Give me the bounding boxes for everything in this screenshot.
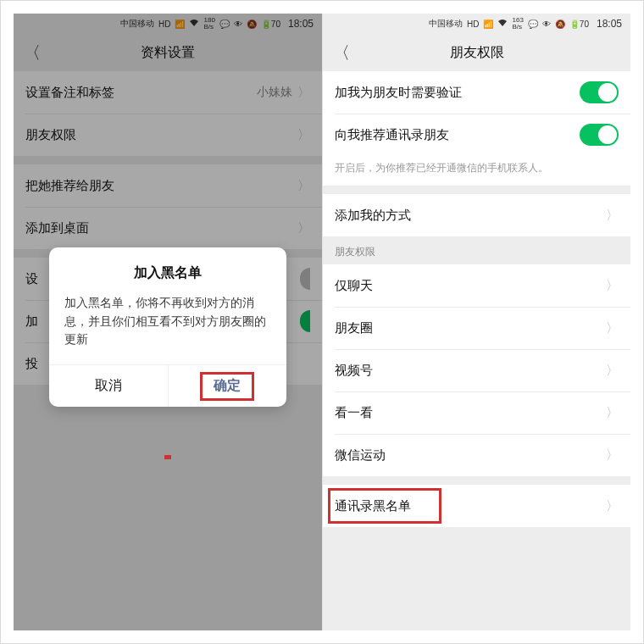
row-label: 向我推荐通讯录朋友: [335, 127, 449, 143]
row-label: 添加我的方式: [335, 208, 411, 224]
section-header: 朋友权限: [323, 236, 630, 264]
row-label: 看一看: [335, 405, 373, 421]
chevron-right-icon: 〉: [606, 405, 619, 421]
row-label: 通讯录黑名单: [335, 498, 411, 514]
chevron-right-icon: 〉: [606, 447, 619, 464]
clock: 18:05: [597, 18, 622, 30]
net-rate: 163B/s: [512, 17, 523, 31]
toggle-friend-verify[interactable]: [580, 81, 619, 103]
row-label: 加我为朋友时需要验证: [335, 85, 462, 101]
back-button[interactable]: 〈: [333, 42, 350, 64]
dialog-title: 加入黑名单: [64, 264, 271, 282]
row-top-stories[interactable]: 看一看 〉: [323, 391, 630, 434]
wifi-icon: [497, 19, 508, 29]
cancel-label: 取消: [95, 377, 122, 395]
status-bar: 中国移动 HD 📶 163B/s 💬 👁 🔕 🔋70 18:05: [323, 14, 630, 34]
chevron-right-icon: 〉: [606, 208, 619, 224]
eye-icon: 👁: [542, 19, 551, 29]
chevron-right-icon: 〉: [606, 278, 619, 294]
row-recommend-contacts: 向我推荐通讯录朋友: [323, 114, 630, 156]
dialog-message: 加入黑名单，你将不再收到对方的消息，并且你们相互看不到对方朋友圈的更新: [64, 294, 271, 349]
chevron-right-icon: 〉: [606, 498, 619, 514]
carrier-label: 中国移动: [429, 18, 463, 30]
row-label: 微信运动: [335, 447, 386, 464]
row-add-method[interactable]: 添加我的方式 〉: [323, 194, 630, 236]
confirm-button[interactable]: 确定: [169, 365, 287, 407]
signal-icon: 📶: [483, 19, 493, 29]
row-friend-verify: 加我为朋友时需要验证: [323, 71, 630, 114]
page-header: 〈 朋友权限: [323, 34, 630, 71]
row-contacts-blacklist[interactable]: 通讯录黑名单 〉: [323, 485, 630, 527]
battery-icon: 🔋70: [569, 19, 589, 29]
row-label: 朋友圈: [335, 320, 373, 336]
page-title: 朋友权限: [450, 44, 504, 62]
cancel-button[interactable]: 取消: [49, 365, 169, 407]
row-label: 视频号: [335, 363, 373, 379]
phone-right: 中国移动 HD 📶 163B/s 💬 👁 🔕 🔋70 18:05 〈 朋友权限: [322, 14, 630, 630]
red-marker: [164, 455, 171, 459]
confirm-dialog: 加入黑名单 加入黑名单，你将不再收到对方的消息，并且你们相互看不到对方朋友圈的更…: [49, 247, 286, 407]
chevron-right-icon: 〉: [606, 320, 619, 336]
row-chat-only[interactable]: 仅聊天 〉: [323, 264, 630, 307]
phone-left: 中国移动 HD 📶 180B/s 💬 👁 🔕 🔋70 18:05: [14, 14, 322, 630]
confirm-label: 确定: [214, 377, 241, 395]
notif-icon: 💬: [528, 19, 538, 29]
row-label: 仅聊天: [335, 278, 373, 294]
toggle-recommend-contacts[interactable]: [580, 124, 619, 146]
hd-icon: HD: [467, 19, 479, 29]
row-werun[interactable]: 微信运动 〉: [323, 434, 630, 476]
chevron-right-icon: 〉: [606, 363, 619, 379]
row-channels[interactable]: 视频号 〉: [323, 349, 630, 391]
row-moments[interactable]: 朋友圈 〉: [323, 307, 630, 349]
recommend-subtext: 开启后，为你推荐已经开通微信的手机联系人。: [323, 156, 630, 186]
dnd-icon: 🔕: [555, 19, 565, 29]
